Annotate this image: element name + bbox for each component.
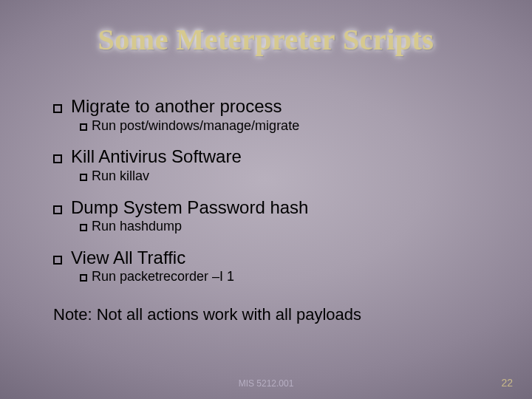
- square-bullet-icon: [53, 256, 62, 265]
- slide-title: Some Meterpreter Scripts: [0, 22, 532, 57]
- slide: Some Meterpreter Scripts Migrate to anot…: [0, 0, 532, 399]
- square-bullet-icon: [80, 174, 87, 181]
- bullet-level1: View All Traffic: [53, 248, 488, 268]
- square-bullet-icon: [80, 274, 87, 282]
- bullet-level1: Kill Antivirus Software: [53, 146, 488, 167]
- bullet-level2: Run post/windows/manage/migrate: [80, 118, 488, 134]
- bullet-subtext: Run hashdump: [92, 219, 182, 233]
- bullet-level2: Run packetrecorder –I 1: [80, 269, 488, 284]
- bullet-level1: Migrate to another process: [53, 96, 488, 117]
- bullet-subtext: Run post/windows/manage/migrate: [92, 118, 299, 133]
- footer-course: MIS 5212.001: [0, 378, 532, 389]
- square-bullet-icon: [53, 154, 62, 163]
- square-bullet-icon: [80, 224, 87, 231]
- bullet-level2: Run hashdump: [80, 219, 488, 234]
- note-text: Note: Not all actions work with all payl…: [53, 305, 488, 324]
- bullet-text: Migrate to another process: [71, 96, 282, 116]
- bullet-text: Dump System Password hash: [71, 197, 308, 217]
- square-bullet-icon: [80, 123, 87, 131]
- footer-page-number: 22: [501, 377, 513, 389]
- content-area: Migrate to another process Run post/wind…: [53, 96, 488, 324]
- bullet-text: View All Traffic: [71, 248, 185, 267]
- square-bullet-icon: [53, 104, 62, 113]
- bullet-level1: Dump System Password hash: [53, 197, 488, 218]
- bullet-subtext: Run packetrecorder –I 1: [92, 269, 234, 284]
- bullet-level2: Run killav: [80, 168, 488, 184]
- square-bullet-icon: [53, 205, 62, 214]
- bullet-subtext: Run killav: [92, 168, 149, 183]
- bullet-text: Kill Antivirus Software: [71, 146, 242, 166]
